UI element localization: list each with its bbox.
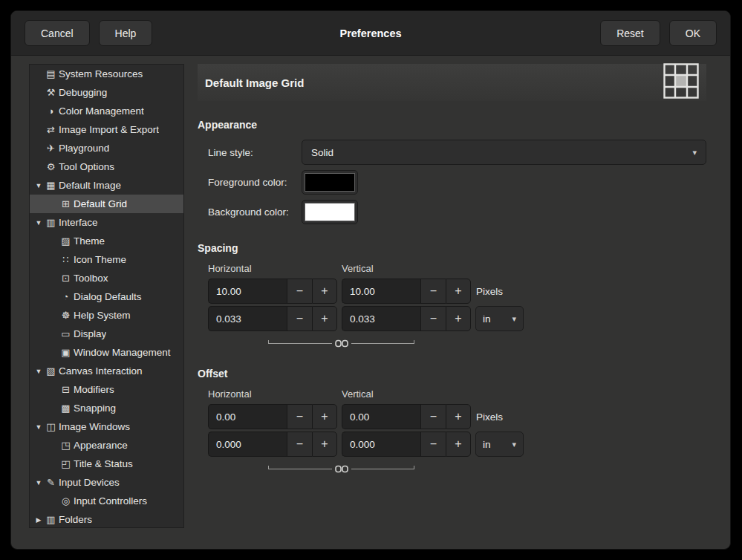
sidebar-item-label: Dialog Defaults [74,291,142,302]
sidebar-item-title-status[interactable]: ◰Title & Status [30,455,183,473]
sidebar-item-icon-theme[interactable]: ∷Icon Theme [30,250,183,269]
sidebar-item-appearance[interactable]: ◳Appearance [30,436,183,455]
sidebar-item-label: Help System [74,310,131,321]
ok-button[interactable]: OK [669,20,717,46]
expander-icon[interactable]: ▼ [33,423,45,431]
minus-icon[interactable]: − [287,432,312,457]
input-controllers-icon: ◎ [59,495,72,507]
sidebar-item-image-import-export[interactable]: ⇄Image Import & Export [30,120,183,139]
spacing-vertical-units-spinner: − + [342,306,471,331]
offset-horizontal-pixels-input[interactable] [208,404,287,429]
spacing-unit-dropdown[interactable]: in ▾ [475,306,524,331]
sidebar-item-folders[interactable]: ▶▥Folders [30,510,183,528]
spacing-vertical-units-input[interactable] [342,306,420,331]
broken-chain-icon[interactable] [332,464,351,474]
offset-vertical-pixels-input[interactable] [342,404,420,429]
sidebar-item-input-controllers[interactable]: ◎Input Controllers [30,492,183,510]
display-icon: ▭ [59,328,72,339]
sidebar-item-interface[interactable]: ▼▥Interface [30,213,183,232]
titlebar-left-buttons: Cancel Help [25,20,152,46]
interface-icon: ▥ [45,217,57,228]
reset-button[interactable]: Reset [600,20,660,46]
sidebar-item-display[interactable]: ▭Display [30,325,183,343]
sidebar-item-label: Display [74,328,106,339]
foreground-swatch [305,173,355,192]
spacing-vertical-pixels-input[interactable] [342,279,420,304]
plus-icon[interactable]: + [446,404,471,429]
sidebar-item-input-devices[interactable]: ▼✎Input Devices [30,473,183,492]
sidebar-item-default-image[interactable]: ▼▦Default Image [30,176,183,195]
sidebar-item-modifiers[interactable]: ⊟Modifiers [30,380,183,399]
plus-icon[interactable]: + [446,306,471,331]
icon-theme-icon: ∷ [59,254,72,265]
spacing-section-title: Spacing [198,242,706,254]
offset-section-title: Offset [198,368,706,380]
expander-icon[interactable]: ▼ [33,182,45,189]
plus-icon[interactable]: + [312,404,337,429]
help-button[interactable]: Help [99,20,153,46]
sidebar-item-default-grid[interactable]: ⊞Default Grid [30,195,183,213]
background-color-label: Background color: [208,206,302,218]
plus-icon[interactable]: + [446,279,471,304]
expander-icon[interactable]: ▶ [33,516,45,524]
offset-vertical-pixels-spinner: − + [342,404,471,429]
cancel-button[interactable]: Cancel [25,20,90,46]
plus-icon[interactable]: + [446,432,471,457]
sidebar-item-canvas-interaction[interactable]: ▼▧Canvas Interaction [30,362,183,380]
sidebar-item-debugging[interactable]: ⚒Debugging [30,83,183,102]
sidebar-item-dialog-defaults[interactable]: ◔Dialog Defaults [30,287,183,306]
plus-icon[interactable]: + [312,306,337,331]
minus-icon[interactable]: − [287,404,312,429]
minus-icon[interactable]: − [420,306,446,331]
sidebar-item-help-system[interactable]: ☸Help System [30,306,183,325]
minus-icon[interactable]: − [420,432,446,457]
background-color-button[interactable] [302,200,358,224]
offset-pixels-unit-label: Pixels [476,411,503,423]
sidebar-item-label: Default Image [59,180,121,191]
expander-icon[interactable]: ▼ [33,479,45,486]
spacing-horizontal-units-spinner: − + [208,306,337,331]
plus-icon[interactable]: + [312,432,337,457]
foreground-color-label: Foreground color: [208,177,302,188]
minus-icon[interactable]: − [287,279,312,304]
help-system-icon: ☸ [59,310,72,321]
sidebar-item-label: Theme [74,235,105,247]
offset-unit-dropdown[interactable]: in ▾ [475,432,524,457]
preferences-window: Cancel Help Preferences Reset OK ▤System… [10,10,731,550]
spacing-horizontal-pixels-input[interactable] [208,279,287,304]
offset-horizontal-units-input[interactable] [208,432,287,457]
spacing-horizontal-units-input[interactable] [208,306,287,331]
sidebar-item-label: Icon Theme [74,254,126,265]
sidebar-item-label: Title & Status [74,458,133,469]
chevron-down-icon: ▾ [504,440,516,449]
offset-vertical-units-input[interactable] [342,432,420,457]
offset-horizontal-label: Horizontal [208,388,342,400]
expander-icon[interactable]: ▼ [33,368,45,375]
broken-chain-icon[interactable] [332,339,351,348]
default-grid-icon: ⊞ [59,198,72,209]
expander-icon[interactable]: ▼ [33,219,45,227]
minus-icon[interactable]: − [287,306,312,331]
spacing-units-row: − + − + in ▾ [208,306,706,331]
sidebar-item-toolbox[interactable]: ⊡Toolbox [30,269,183,287]
minus-icon[interactable]: − [420,279,446,304]
offset-units-row: − + − + in ▾ [208,432,706,457]
offset-link-widget[interactable] [268,462,414,475]
minus-icon[interactable]: − [420,404,446,429]
system-resources-icon: ▤ [45,68,57,79]
sidebar-item-image-windows[interactable]: ▼◫Image Windows [30,417,183,436]
sidebar-item-playground[interactable]: ✈Playground [30,139,183,157]
sidebar-item-window-management[interactable]: ▣Window Management [30,343,183,362]
sidebar-item-color-management[interactable]: ◑Color Management [30,102,183,120]
spacing-horizontal-label: Horizontal [208,263,342,274]
plus-icon[interactable]: + [312,279,337,304]
sidebar-item-label: Color Management [59,105,144,117]
spacing-link-widget[interactable] [268,336,414,350]
sidebar-item-snapping[interactable]: ▩Snapping [30,399,183,417]
sidebar-item-label: Appearance [74,440,128,451]
sidebar-item-theme[interactable]: ▨Theme [30,232,183,250]
sidebar-item-system-resources[interactable]: ▤System Resources [30,65,183,83]
sidebar-item-tool-options[interactable]: ⚙Tool Options [30,157,183,176]
line-style-dropdown[interactable]: Solid ▾ [302,140,706,165]
foreground-color-button[interactable] [302,170,358,195]
